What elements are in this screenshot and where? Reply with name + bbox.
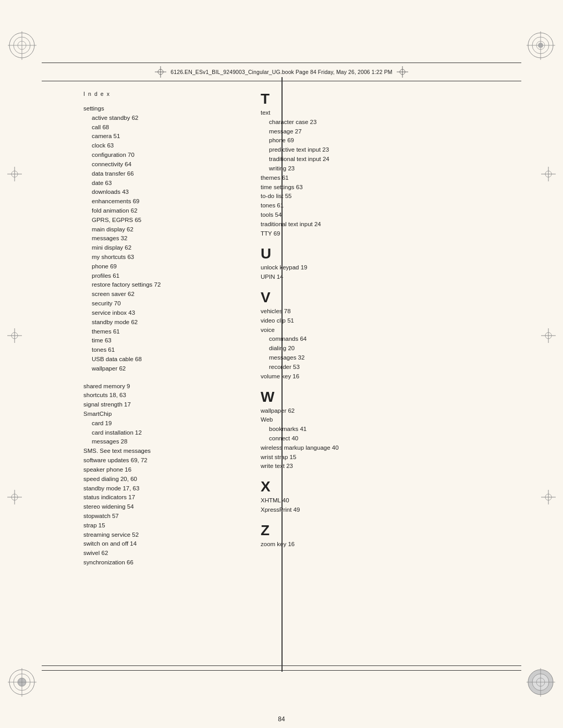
entry-commands: commands 64 — [269, 335, 500, 344]
entry-stereo-widening: stereo widening 54 — [83, 502, 235, 512]
entry-stopwatch: stopwatch 57 — [83, 512, 235, 521]
entry-xpressprint: XpressPrint 49 — [261, 505, 500, 515]
section-x: X XHTML 40 XpressPrint 49 — [261, 479, 500, 515]
corner-decoration-tl — [8, 31, 36, 60]
entry-smartchip-messages: messages 28 — [92, 437, 235, 447]
entry-smartchip: SmartChip — [83, 410, 235, 419]
section-z: Z zoom key 16 — [261, 523, 500, 549]
entry-xhtml: XHTML 40 — [261, 496, 500, 505]
entry-synchronization: synchronization 66 — [83, 558, 235, 567]
entry-upin: UPIN 14 — [261, 273, 500, 282]
entry-tones: tones 61 — [92, 346, 235, 355]
entry-shared-memory: shared memory 9 — [83, 382, 235, 391]
header-crosshair-left — [155, 66, 166, 78]
entry-predictive-text: predictive text input 23 — [269, 145, 500, 155]
entry-themes: themes 61 — [92, 327, 235, 337]
section-letter-x: X — [261, 479, 500, 494]
section-letter-t: T — [261, 92, 500, 106]
entry-voice: voice — [261, 326, 500, 335]
entry-security: security 70 — [92, 299, 235, 309]
entry-time-settings: time settings 63 — [261, 183, 500, 192]
entry-todo-list: to-do list 55 — [261, 192, 500, 201]
entry-voice-messages: messages 32 — [269, 353, 500, 363]
entry-standby-mode-main: standby mode 17, 63 — [83, 484, 235, 493]
svg-point-10 — [538, 43, 543, 48]
entry-shortcuts: shortcuts 18, 63 — [83, 391, 235, 400]
section-letter-u: U — [261, 246, 500, 261]
entry-service-inbox: service inbox 43 — [92, 309, 235, 318]
corner-decoration-tr — [527, 31, 555, 60]
file-info: 6126.EN_ESv1_BIL_9249003_Cingular_UG.boo… — [170, 69, 392, 75]
corner-decoration-br — [527, 668, 555, 697]
entry-wireless-markup: wireless markup language 40 — [261, 443, 500, 453]
entry-main-display: main display 62 — [92, 225, 235, 235]
entry-wallpaper-r: wallpaper 62 — [261, 406, 500, 416]
entry-enhancements: enhancements 69 — [92, 197, 235, 206]
entry-swivel: swivel 62 — [83, 549, 235, 558]
entry-switch-on-off: switch on and off 14 — [83, 539, 235, 549]
content-area: I n d e x settings active standby 62 cal… — [83, 91, 500, 705]
entry-signal-strength: signal strength 17 — [83, 400, 235, 410]
entry-video-clip: video clip 51 — [261, 316, 500, 326]
entry-text-phone: phone 69 — [269, 136, 500, 145]
entry-usb-data-cable: USB data cable 68 — [92, 355, 235, 364]
side-crosshair-left-top — [7, 167, 22, 181]
side-crosshair-left-bot — [7, 490, 22, 504]
entry-settings: settings — [83, 104, 235, 114]
section-u: U unlock keypad 19 UPIN 14 — [261, 246, 500, 282]
section-t: T text character case 23 message 27 phon… — [261, 92, 500, 238]
entry-messages: messages 32 — [92, 234, 235, 243]
entry-themes-r: themes 61 — [261, 174, 500, 183]
entry-card: card 19 — [92, 419, 235, 428]
entry-sms: SMS. See text messages — [83, 447, 235, 456]
corner-decoration-bl — [8, 668, 36, 697]
entry-web: Web — [261, 415, 500, 425]
entry-phone: phone 69 — [92, 262, 235, 272]
other-entries-section: shared memory 9 shortcuts 18, 63 signal … — [83, 382, 235, 567]
section-v: V vehicles 78 video clip 51 voice comman… — [261, 290, 500, 381]
entry-bookmarks: bookmarks 41 — [269, 425, 500, 434]
entry-connectivity: connectivity 64 — [92, 160, 235, 169]
right-column: T text character case 23 message 27 phon… — [250, 91, 500, 705]
entry-card-installation: card installation 12 — [92, 428, 235, 438]
section-letter-z: Z — [261, 523, 500, 538]
entry-gprs: GPRS, EGPRS 65 — [92, 216, 235, 225]
entry-writing: writing 23 — [269, 164, 500, 174]
entry-tty: TTY 69 — [261, 229, 500, 239]
entry-status-indicators: status indicators 17 — [83, 493, 235, 502]
divider-line — [282, 77, 283, 672]
header-crosshair-right — [397, 66, 408, 78]
entry-character-case: character case 23 — [269, 118, 500, 127]
entry-connect: connect 40 — [269, 434, 500, 443]
page-number: 84 — [0, 715, 563, 723]
entry-traditional-text-sub: traditional text input 24 — [269, 155, 500, 164]
entry-text-message: message 27 — [269, 127, 500, 137]
page: 6126.EN_ESv1_BIL_9249003_Cingular_UG.boo… — [0, 0, 563, 728]
entry-active-standby: active standby 62 — [92, 114, 235, 123]
entry-my-shortcuts: my shortcuts 63 — [92, 253, 235, 262]
section-w: W wallpaper 62 Web bookmarks 41 connect … — [261, 390, 500, 472]
entry-speaker-phone: speaker phone 16 — [83, 465, 235, 475]
entry-time: time 63 — [92, 336, 235, 346]
entry-vehicles: vehicles 78 — [261, 307, 500, 316]
entry-tools: tools 54 — [261, 211, 500, 220]
entry-mini-display: mini display 62 — [92, 243, 235, 253]
left-column: I n d e x settings active standby 62 cal… — [83, 91, 250, 705]
section-letter-v: V — [261, 290, 500, 305]
settings-section: settings active standby 62 call 68 camer… — [83, 104, 235, 374]
entry-write-text: write text 23 — [261, 462, 500, 471]
entry-fold-animation: fold animation 62 — [92, 206, 235, 216]
entry-clock: clock 63 — [92, 141, 235, 151]
entry-recorder: recorder 53 — [269, 363, 500, 372]
entry-call: call 68 — [92, 123, 235, 132]
entry-traditional-text: traditional text input 24 — [261, 220, 500, 229]
side-crosshair-right-mid — [541, 328, 556, 343]
entry-restore-factory-settings: restore factory settings 72 — [92, 280, 235, 290]
side-crosshair-left-mid — [7, 328, 22, 343]
entry-wallpaper: wallpaper 62 — [92, 364, 235, 374]
entry-configuration: configuration 70 — [92, 151, 235, 160]
side-crosshair-right-bot — [541, 490, 556, 504]
entry-unlock-keypad: unlock keypad 19 — [261, 263, 500, 273]
entry-volume-key: volume key 16 — [261, 372, 500, 381]
side-crosshair-right-top — [541, 167, 556, 181]
